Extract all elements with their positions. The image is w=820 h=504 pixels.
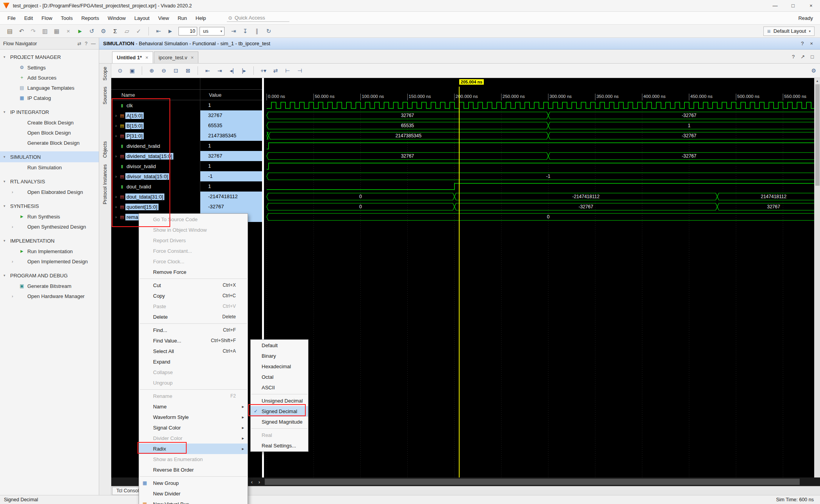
signal-wave-b-15-0[interactable]: 655351 [264,121,814,131]
menu-item-signed-decimal[interactable]: ✓Signed Decimal [251,406,308,417]
signal-name-divisor-tvalid[interactable]: ▮divisor_tvalid [111,161,200,171]
flow-section-program-and-debug[interactable]: ▾PROGRAM AND DEBUG [0,270,99,281]
menu-item-find[interactable]: Find...Ctrl+F [139,325,248,335]
restart-icon[interactable]: ⇤ [153,28,164,35]
menu-item-delete[interactable]: DeleteDelete [139,312,248,322]
minimize-icon[interactable]: — [91,41,96,46]
menu-window[interactable]: Window [103,15,130,21]
menu-item-signal-color[interactable]: Signal Color▸ [139,422,248,433]
signal-wave-dividend-tdata-15-0[interactable]: 32767-32767 [264,151,814,161]
signal-name-a-15-0[interactable]: ›▤A[15:0] [111,110,200,121]
sim-cursor[interactable] [459,87,460,477]
signal-name-divisor-tdata-15-0[interactable]: ›▤divisor_tdata[15:0] [111,171,200,181]
menu-item-ascii[interactable]: ASCII [251,382,308,393]
delete-icon[interactable]: × [62,28,74,35]
redo-icon[interactable]: ↷ [27,28,39,35]
maximize-button[interactable]: □ [784,0,802,11]
signal-wave-dout-tvalid[interactable] [264,181,814,192]
expander-icon[interactable]: › [113,154,119,158]
flow-section-project-manager[interactable]: ▾PROJECT MANAGER [0,51,99,62]
flow-item-run-synthesis[interactable]: ►Run Synthesis [0,211,99,222]
signal-wave-divisor-tdata-15-0[interactable]: -1 [264,171,814,181]
flow-item-run-simulation[interactable]: Run Simulation [0,162,99,172]
zoom-fit-icon[interactable]: ⊡ [170,67,182,74]
signal-wave-p-31-0[interactable]: 2147385345-32767 [264,131,814,141]
dock-icon[interactable]: ⇄ [77,41,81,46]
menu-edit[interactable]: Edit [20,15,37,21]
expander-icon[interactable]: › [113,174,119,179]
flow-item-open-block-design[interactable]: Open Block Design [0,128,99,138]
flow-section-simulation[interactable]: ▾SIMULATION [0,151,99,162]
vscroll-thumb[interactable] [815,84,820,186]
menu-item-select-all[interactable]: Select AllCtrl+A [139,346,248,357]
menu-item-real-settings[interactable]: Real Settings... [251,440,308,451]
zoom-out-icon[interactable]: ⊖ [158,67,169,74]
waveform-panel[interactable]: 0.000 ns50.000 ns100.000 ns150.000 ns200… [264,78,814,477]
menu-tools[interactable]: Tools [57,15,77,21]
expander-icon[interactable]: › [113,113,119,118]
run-icon[interactable]: ► [74,28,86,35]
scroll-up-icon[interactable]: ▴ [815,78,820,84]
expander-icon[interactable]: › [113,133,119,138]
flow-item-ip-catalog[interactable]: ▦IP Catalog [0,93,99,103]
expander-icon[interactable]: › [12,294,16,298]
side-tab-sources[interactable]: Sources [102,87,108,105]
menu-item-octal[interactable]: Octal [251,372,308,382]
side-tab-objects[interactable]: Objects [102,141,108,158]
sim-time-input[interactable] [178,27,197,35]
run-for-time-icon[interactable]: ⇥ [228,28,239,35]
signal-value-dividend-tvalid[interactable]: 1 [200,141,262,151]
prev-marker-icon[interactable]: ⊢ [282,67,293,74]
menu-item-new-group[interactable]: ▦New Group [139,478,248,488]
signal-wave-rema[interactable]: 0 [264,212,814,222]
help-icon[interactable]: ? [801,41,804,46]
expander-icon[interactable]: › [113,215,119,219]
search-icon[interactable]: ⊙ [114,67,126,74]
time-unit-select[interactable]: us ▾ [200,27,225,35]
hscroll-thumb[interactable] [265,479,800,485]
expander-icon[interactable]: › [113,123,119,128]
menu-item-cut[interactable]: CutCtrl+X [139,280,248,291]
next-transition-icon[interactable]: |▸ [238,67,250,74]
tab-untitled-1[interactable]: Untitled 1*× [112,51,153,63]
signal-value-quotient-15-0[interactable]: -32767 [200,202,262,212]
close-icon[interactable]: × [191,55,194,60]
signal-value-divisor-tvalid[interactable]: 1 [200,161,262,171]
maximize-icon[interactable]: □ [811,54,814,60]
signal-value-p-31-0[interactable]: 2147385345 [200,131,262,141]
flow-item-open-implemented-design[interactable]: ›Open Implemented Design [0,256,99,266]
flow-section-implementation[interactable]: ▾IMPLEMENTATION [0,235,99,246]
paste-icon[interactable]: ▦ [51,28,62,35]
signal-name-p-31-0[interactable]: ›▤P[31:0] [111,131,200,141]
signal-name-dout-tdata-31-0[interactable]: ›▤dout_tdata[31:0] [111,192,200,202]
menu-flow[interactable]: Flow [37,15,56,21]
signal-name-dividend-tvalid[interactable]: ▮dividend_tvalid [111,141,200,151]
check-icon[interactable]: ✓ [133,28,144,35]
flow-item-open-synthesized-design[interactable]: ›Open Synthesized Design [0,222,99,232]
signal-value-dout-tvalid[interactable]: 1 [200,181,262,192]
flow-section-synthesis[interactable]: ▾SYNTHESIS [0,201,99,211]
menu-item-default[interactable]: Default [251,340,308,351]
signal-wave-clk[interactable] [264,100,814,110]
hscroll-track[interactable] [264,477,820,486]
menu-reports[interactable]: Reports [77,15,103,21]
prev-transition-icon[interactable]: ◂| [226,67,237,74]
side-tab-scope[interactable]: Scope [102,67,108,80]
settings-gear-icon[interactable]: ⚙ [811,67,816,74]
zoom-to-cursor-icon[interactable]: ⊠ [182,67,194,74]
quick-access-search[interactable]: ⊙ Quick Access [227,14,289,22]
layout-select[interactable]: ≡ Default Layout ▾ [763,27,815,36]
signal-wave-dout-tdata-31-0[interactable]: 0-21474181122147418112 [264,192,814,202]
signal-wave-a-15-0[interactable]: 32767-32767 [264,110,814,121]
flow-item-settings[interactable]: ⚙Settings [0,62,99,73]
menu-item-unsigned-decimal[interactable]: Unsigned Decimal [251,396,308,406]
flow-item-add-sources[interactable]: +Add Sources [0,73,99,83]
help-icon[interactable]: ? [85,41,87,46]
menu-item-find-value[interactable]: Find Value...Ctrl+Shift+F [139,335,248,346]
flow-item-run-implementation[interactable]: ►Run Implementation [0,246,99,256]
help-icon[interactable]: ? [792,54,795,60]
menu-item-copy[interactable]: CopyCtrl+C [139,291,248,301]
flow-item-generate-block-design[interactable]: Generate Block Design [0,138,99,148]
settings-gear-icon[interactable]: ⚙ [98,28,109,35]
open-icon[interactable]: ▤ [4,28,16,35]
